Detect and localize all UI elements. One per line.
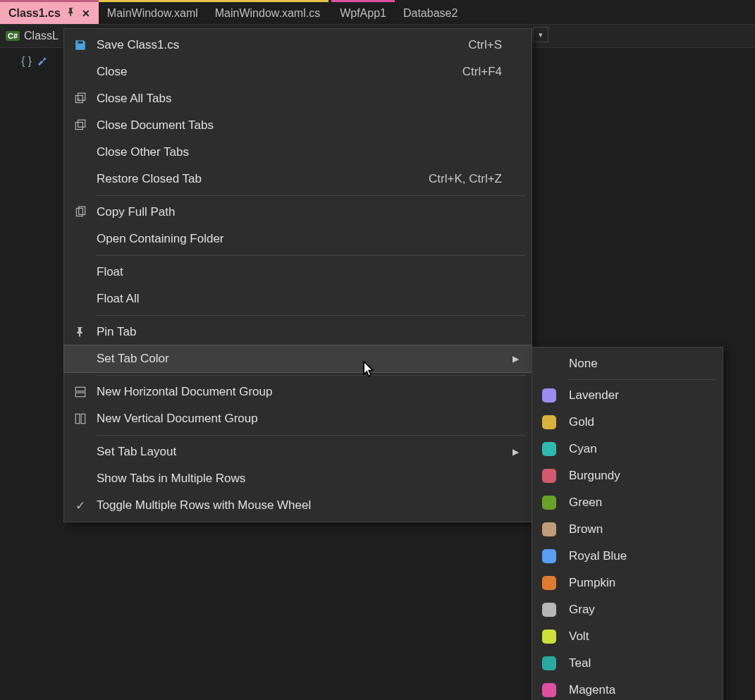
color-swatch-icon — [542, 522, 556, 536]
menu-separator — [97, 435, 526, 436]
color-label: Lavender — [569, 388, 619, 403]
color-magenta[interactable]: Magenta — [532, 677, 723, 700]
tab-color-submenu: None Lavender Gold Cyan Burgundy Green B… — [532, 347, 723, 700]
menu-new-vertical-group[interactable]: New Vertical Document Group — [64, 405, 532, 432]
pin-icon[interactable] — [66, 7, 76, 19]
color-none[interactable]: None — [532, 350, 723, 377]
close-docs-icon — [64, 119, 97, 132]
color-label: Green — [569, 496, 602, 510]
color-gold[interactable]: Gold — [532, 409, 723, 436]
color-swatch-icon — [542, 469, 556, 483]
svg-rect-3 — [75, 123, 82, 130]
tab-label: Class1.cs — [8, 7, 61, 20]
menu-separator — [97, 255, 526, 256]
color-swatch-icon — [542, 576, 556, 590]
color-label: None — [569, 357, 598, 371]
color-green[interactable]: Green — [532, 489, 723, 516]
document-tabs: Class1.cs ✕ MainWindow.xaml MainWindow.x… — [0, 0, 755, 24]
tab-database2[interactable]: Database2 — [395, 0, 466, 24]
vertical-group-icon — [64, 412, 97, 425]
menu-show-tabs-multiple-rows[interactable]: Show Tabs in Multiple Rows — [64, 465, 532, 492]
breadcrumb-project[interactable]: ClassL — [24, 30, 59, 42]
svg-rect-9 — [75, 414, 80, 424]
color-label: Gold — [569, 415, 594, 429]
tab-label: MainWindow.xaml.cs — [215, 7, 320, 20]
chevron-right-icon: ▶ — [509, 354, 522, 364]
color-swatch-icon — [542, 442, 556, 456]
menu-separator — [97, 375, 526, 376]
save-icon — [64, 39, 97, 51]
chevron-right-icon: ▶ — [509, 447, 522, 457]
menu-separator — [97, 195, 526, 196]
menu-float[interactable]: Float — [64, 259, 532, 285]
svg-rect-8 — [75, 393, 85, 397]
menu-restore-closed-tab[interactable]: Restore Closed Tab Ctrl+K, Ctrl+Z — [64, 166, 532, 192]
color-label: Magenta — [569, 683, 615, 697]
tab-label: WpfApp1 — [340, 7, 386, 20]
gutter-icons: { } — [21, 55, 47, 69]
color-swatch-icon — [542, 630, 556, 644]
color-label: Teal — [569, 656, 591, 670]
tab-mainwindow-xaml-cs[interactable]: MainWindow.xaml.cs — [207, 0, 329, 24]
close-icon[interactable]: ✕ — [82, 8, 90, 19]
dropdown-icon[interactable]: ▾ — [533, 27, 548, 42]
copy-icon — [64, 206, 97, 219]
color-cyan[interactable]: Cyan — [532, 436, 723, 462]
color-volt[interactable]: Volt — [532, 623, 723, 650]
menu-pin-tab[interactable]: Pin Tab — [64, 319, 532, 345]
check-icon: ✓ — [64, 498, 97, 513]
menu-new-horizontal-group[interactable]: New Horizontal Document Group — [64, 379, 532, 405]
tab-label: MainWindow.xaml — [107, 7, 198, 20]
color-royal-blue[interactable]: Royal Blue — [532, 543, 723, 570]
tab-mainwindow-xaml[interactable]: MainWindow.xaml — [99, 0, 207, 24]
svg-rect-10 — [81, 414, 85, 424]
menu-separator — [97, 315, 526, 316]
color-swatch-icon — [542, 549, 556, 563]
color-label: Volt — [569, 630, 589, 644]
menu-set-tab-color[interactable]: Set Tab Color ▶ — [64, 345, 532, 372]
svg-text:×: × — [76, 97, 80, 104]
color-brown[interactable]: Brown — [532, 516, 723, 543]
color-pumpkin[interactable]: Pumpkin — [532, 570, 723, 596]
color-label: Burgundy — [569, 469, 620, 483]
color-teal[interactable]: Teal — [532, 650, 723, 677]
color-label: Royal Blue — [569, 549, 627, 563]
menu-close-all-tabs[interactable]: × Close All Tabs — [64, 85, 532, 112]
tab-wpfapp1[interactable]: WpfApp1 — [331, 0, 395, 24]
menu-separator — [567, 379, 716, 380]
color-swatch-icon — [542, 656, 556, 670]
menu-toggle-multiple-rows-wheel[interactable]: ✓ Toggle Multiple Rows with Mouse Wheel — [64, 492, 532, 519]
color-swatch-icon — [542, 388, 556, 403]
braces-icon: { } — [21, 55, 32, 69]
color-lavender[interactable]: Lavender — [532, 382, 723, 409]
color-swatch-icon — [542, 415, 556, 429]
menu-open-containing-folder[interactable]: Open Containing Folder — [64, 226, 532, 252]
color-swatch-icon — [542, 683, 556, 697]
horizontal-group-icon — [64, 386, 97, 398]
wrench-icon[interactable] — [36, 55, 47, 69]
menu-close-document-tabs[interactable]: Close Document Tabs — [64, 112, 532, 139]
color-burgundy[interactable]: Burgundy — [532, 462, 723, 489]
color-label: Brown — [569, 522, 603, 536]
color-label: Gray — [569, 603, 595, 617]
color-label: Cyan — [569, 442, 597, 456]
svg-rect-4 — [78, 120, 85, 127]
menu-close-other-tabs[interactable]: Close Other Tabs — [64, 139, 532, 166]
menu-set-tab-layout[interactable]: Set Tab Layout ▶ — [64, 438, 532, 465]
tab-class1[interactable]: Class1.cs ✕ — [0, 0, 99, 24]
menu-copy-full-path[interactable]: Copy Full Path — [64, 199, 532, 226]
csharp-badge-icon: C# — [6, 31, 20, 41]
color-label: Pumpkin — [569, 576, 615, 590]
menu-float-all[interactable]: Float All — [64, 285, 532, 312]
menu-shortcut: Ctrl+S — [468, 38, 509, 52]
pin-icon — [64, 326, 97, 338]
close-all-icon: × — [64, 92, 97, 105]
menu-label: Save Class1.cs — [97, 38, 468, 52]
color-swatch-icon — [542, 603, 556, 617]
menu-close[interactable]: Close Ctrl+F4 — [64, 59, 532, 85]
color-gray[interactable]: Gray — [532, 596, 723, 623]
menu-save[interactable]: Save Class1.cs Ctrl+S — [64, 32, 532, 59]
tab-label: Database2 — [403, 7, 458, 20]
color-swatch-icon — [542, 496, 556, 510]
svg-rect-7 — [75, 387, 85, 391]
